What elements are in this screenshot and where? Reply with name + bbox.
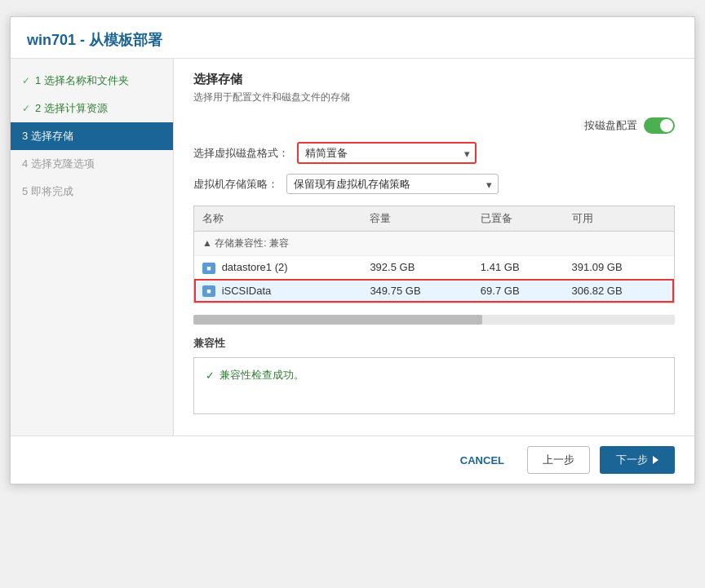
next-button[interactable]: 下一步 (600, 446, 675, 474)
check-icon-step2: ✓ (22, 103, 30, 114)
sidebar-label-step3: 3 选择存储 (22, 129, 73, 144)
sidebar-item-step5: 5 即将完成 (11, 178, 173, 206)
main-content: 选择存储 选择用于配置文件和磁盘文件的存储 按磁盘配置 选择虚拟磁盘格式： 精简… (174, 59, 694, 435)
col-capacity: 容量 (361, 206, 472, 232)
compatibility-section: ✓ 兼容性检查成功。 (193, 357, 675, 414)
col-name: 名称 (194, 206, 361, 232)
storage-table-container: 名称 容量 已置备 可用 ▲ 存储兼容性: 兼容 (193, 206, 675, 303)
disk-format-label: 选择虚拟磁盘格式： (193, 146, 289, 161)
disk-format-select-wrapper: 精简置备 厚置备延迟置零 厚置备置零 (297, 142, 477, 164)
storage-icon-iSCSIData: ■ (202, 285, 215, 297)
cancel-button[interactable]: CANCEL (447, 448, 517, 473)
group-header-label: ▲ 存储兼容性: 兼容 (194, 232, 674, 256)
sidebar-label-step4: 4 选择克隆选项 (22, 157, 95, 171)
triangle-down-icon: ▲ (202, 237, 212, 249)
next-arrow-icon (653, 456, 658, 464)
disk-format-row: 选择虚拟磁盘格式： 精简置备 厚置备延迟置零 厚置备置零 (193, 142, 675, 164)
datastore1-name: ■ datastore1 (2) (194, 256, 361, 280)
iSCSIData-capacity: 349.75 GB (361, 279, 472, 303)
disk-config-label: 按磁盘配置 (584, 118, 637, 133)
disk-config-row: 按磁盘配置 (193, 117, 675, 134)
col-provisioned: 已置备 (472, 206, 564, 232)
iSCSIData-provisioned: 69.7 GB (472, 279, 564, 303)
storage-table: 名称 容量 已置备 可用 ▲ 存储兼容性: 兼容 (194, 206, 674, 303)
section-subtitle: 选择用于配置文件和磁盘文件的存储 (193, 91, 675, 104)
sidebar-item-step1[interactable]: ✓ 1 选择名称和文件夹 (11, 67, 173, 95)
iSCSIData-available: 306.82 GB (564, 279, 675, 303)
compat-check-icon: ✓ (206, 369, 215, 382)
sidebar-label-step2: 2 选择计算资源 (35, 101, 108, 116)
dialog-body: ✓ 1 选择名称和文件夹 ✓ 2 选择计算资源 3 选择存储 4 选择克隆选项 … (11, 59, 694, 435)
sidebar-label-step5: 5 即将完成 (22, 184, 73, 199)
horizontal-scrollbar[interactable] (193, 315, 675, 325)
group-header-row: ▲ 存储兼容性: 兼容 (194, 232, 674, 256)
sidebar-item-step3[interactable]: 3 选择存储 (11, 122, 173, 150)
sidebar-item-step4: 4 选择克隆选项 (11, 150, 173, 178)
datastore1-capacity: 392.5 GB (361, 256, 472, 280)
sidebar-label-step1: 1 选择名称和文件夹 (35, 73, 129, 88)
scrollbar-thumb (193, 315, 482, 325)
deploy-dialog: win701 - 从模板部署 ✓ 1 选择名称和文件夹 ✓ 2 选择计算资源 3… (10, 16, 695, 484)
table-header-row: 名称 容量 已置备 可用 (194, 206, 674, 232)
sidebar: ✓ 1 选择名称和文件夹 ✓ 2 选择计算资源 3 选择存储 4 选择克隆选项 … (11, 59, 174, 435)
table-row-datastore1[interactable]: ■ datastore1 (2) 392.5 GB 1.41 GB 391.09… (194, 256, 674, 280)
storage-icon-datastore1: ■ (202, 263, 215, 274)
iSCSIData-name: ■ iSCSIData (194, 279, 361, 303)
sidebar-item-step2[interactable]: ✓ 2 选择计算资源 (11, 95, 173, 122)
compatibility-success: ✓ 兼容性检查成功。 (206, 368, 663, 382)
datastore1-provisioned: 1.41 GB (472, 256, 564, 280)
storage-policy-label: 虚拟机存储策略： (193, 177, 278, 192)
check-icon-step1: ✓ (22, 75, 30, 86)
storage-policy-select[interactable]: 保留现有虚拟机存储策略 数据存储默认值 (286, 174, 499, 194)
storage-policy-select-wrapper: 保留现有虚拟机存储策略 数据存储默认值 (286, 174, 499, 194)
datastore1-available: 391.09 GB (564, 256, 675, 280)
next-button-label: 下一步 (616, 453, 648, 467)
dialog-title: win701 - 从模板部署 (11, 17, 694, 59)
table-row-iSCSIData[interactable]: ■ iSCSIData 349.75 GB 69.7 GB 306.82 GB (194, 279, 674, 303)
storage-policy-row: 虚拟机存储策略： 保留现有虚拟机存储策略 数据存储默认值 (193, 174, 675, 194)
disk-format-select[interactable]: 精简置备 厚置备延迟置零 厚置备置零 (297, 142, 477, 164)
section-title: 选择存储 (193, 72, 675, 87)
compatibility-title: 兼容性 (193, 336, 675, 351)
back-button[interactable]: 上一步 (527, 446, 590, 474)
compat-success-message: 兼容性检查成功。 (219, 368, 304, 382)
col-available: 可用 (564, 206, 675, 232)
dialog-footer: CANCEL 上一步 下一步 (11, 435, 694, 484)
disk-config-toggle[interactable] (644, 117, 675, 134)
